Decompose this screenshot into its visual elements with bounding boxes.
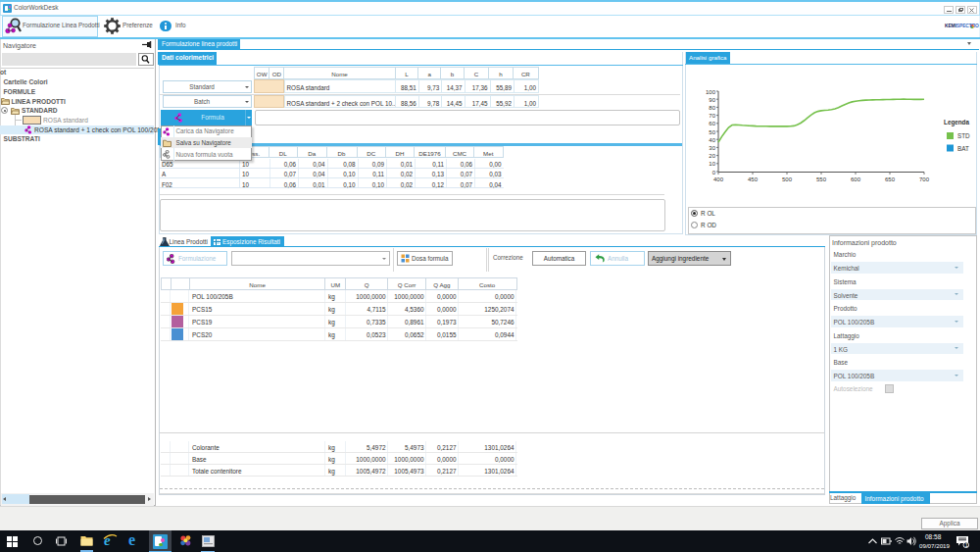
- svg-text:700: 700: [919, 176, 930, 182]
- svg-text:20: 20: [709, 153, 715, 159]
- svg-text:60: 60: [709, 121, 715, 126]
- svg-text:450: 450: [748, 176, 759, 182]
- svg-text:1: 1: [965, 542, 968, 548]
- svg-text:500: 500: [782, 176, 793, 182]
- svg-text:100: 100: [706, 89, 716, 95]
- svg-text:90: 90: [709, 97, 715, 103]
- svg-text:0: 0: [712, 170, 716, 176]
- svg-text:80: 80: [709, 105, 715, 111]
- svg-text:Legenda: Legenda: [944, 119, 969, 126]
- svg-text:550: 550: [816, 176, 827, 182]
- svg-text:400: 400: [713, 176, 724, 182]
- svg-text:50: 50: [709, 129, 715, 135]
- svg-text:70: 70: [709, 113, 715, 119]
- svg-text:10: 10: [709, 161, 715, 167]
- svg-text:STD: STD: [957, 132, 970, 139]
- svg-text:650: 650: [885, 176, 896, 182]
- svg-text:600: 600: [851, 176, 861, 182]
- svg-text:30: 30: [709, 145, 715, 151]
- svg-text:40: 40: [709, 137, 715, 143]
- svg-text:BAT: BAT: [957, 145, 969, 152]
